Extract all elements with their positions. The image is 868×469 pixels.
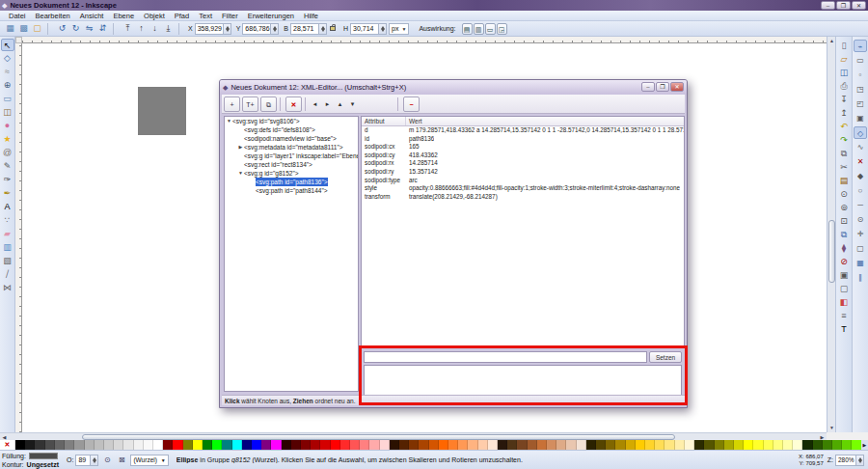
width-spinner[interactable]	[318, 24, 326, 34]
xml-editor-titlebar[interactable]: ◆ Neues Dokument 12: XML-Editor... (Umsc…	[220, 80, 687, 95]
menu-filter[interactable]: Filter	[217, 12, 243, 20]
palette-swatch[interactable]	[340, 440, 350, 450]
eraser-tool[interactable]: ▰	[1, 228, 14, 240]
palette-swatch[interactable]	[35, 440, 44, 450]
lower-to-bottom-button[interactable]: ⤓	[162, 22, 175, 35]
menu-objekt[interactable]: Objekt	[139, 12, 170, 20]
paint-bucket-tool[interactable]: ▥	[1, 241, 14, 254]
palette-swatch[interactable]	[144, 440, 153, 450]
palette-swatch[interactable]	[694, 440, 704, 450]
height-spinner[interactable]	[378, 24, 386, 34]
paste-button[interactable]: ▤	[837, 175, 851, 187]
palette-swatch[interactable]	[291, 440, 301, 450]
palette-swatch[interactable]	[823, 440, 832, 450]
snap-bbox-corners-button[interactable]: ◳	[854, 83, 867, 96]
palette-swatch[interactable]	[507, 440, 517, 450]
attribute-value-textarea[interactable]	[364, 365, 682, 397]
close-button[interactable]: ✕	[852, 1, 866, 10]
palette-swatch[interactable]	[813, 440, 823, 450]
zoom-to-page-button[interactable]: ⊡	[837, 215, 851, 228]
palette-swatch[interactable]	[350, 440, 360, 450]
palette-swatch[interactable]	[468, 440, 477, 450]
spiral-tool[interactable]: @	[1, 147, 14, 159]
vertical-scrollbar[interactable]: ▲ ▼	[827, 37, 835, 432]
palette-swatch[interactable]	[577, 440, 586, 450]
text-tool[interactable]: A	[1, 201, 14, 213]
palette-swatch[interactable]	[517, 440, 527, 450]
width-field[interactable]: 28,571	[290, 23, 327, 35]
attribute-row[interactable]: sodipodi:cx165	[362, 143, 684, 152]
palette-swatch[interactable]	[163, 440, 173, 450]
palette-swatch[interactable]	[842, 440, 852, 450]
palette-swatch[interactable]	[547, 440, 556, 450]
copy-button[interactable]: ⧉	[837, 148, 851, 160]
export-png-button[interactable]: ↥	[837, 107, 851, 120]
y-field[interactable]: 686,786	[242, 23, 279, 35]
dialog-close-button[interactable]: ✕	[670, 82, 684, 92]
undo-button[interactable]: ↶	[837, 121, 851, 133]
palette-swatch[interactable]	[645, 440, 655, 450]
palette-swatch[interactable]	[95, 440, 104, 450]
palette-swatch[interactable]	[636, 440, 645, 450]
palette-swatch[interactable]	[193, 440, 203, 450]
palette-swatch[interactable]	[419, 440, 428, 450]
menu-erweiterungen[interactable]: Erweiterungen	[243, 12, 299, 20]
palette-swatch[interactable]	[331, 440, 340, 450]
palette-swatch[interactable]	[665, 440, 674, 450]
cut-button[interactable]: ✂	[837, 161, 851, 174]
snap-path-intersections-button[interactable]: ✕	[854, 155, 867, 168]
palette-scroll-arrow[interactable]: ▶	[861, 440, 868, 450]
new-document-button[interactable]: ▯	[837, 40, 851, 52]
palette-swatch[interactable]	[399, 440, 409, 450]
box3d-tool[interactable]: ◫	[1, 106, 14, 119]
snap-nodes-button[interactable]: ◇	[854, 126, 867, 139]
palette-swatch[interactable]	[85, 440, 95, 450]
attribute-row[interactable]: sodipodi:ry15.357142	[362, 168, 684, 177]
ellipse-tool[interactable]: ●	[1, 120, 14, 132]
palette-swatch[interactable]	[655, 440, 665, 450]
snap-object-centers-button[interactable]: ⊙	[854, 213, 867, 226]
affect-move-gradients-button[interactable]: ▤	[462, 23, 473, 35]
zoom-to-drawing-button[interactable]: ⊚	[837, 202, 851, 214]
palette-swatch[interactable]	[528, 440, 537, 450]
xml-node[interactable]: ▼<svg:g id="g8152">	[225, 169, 358, 178]
layer-lock-icon[interactable]: ⊠	[116, 455, 127, 466]
ungroup-objects-button[interactable]: ▢	[837, 283, 851, 295]
palette-swatch[interactable]	[65, 440, 74, 450]
snap-bbox-button[interactable]: ▭	[854, 54, 867, 67]
import-document-button[interactable]: ↧	[837, 94, 851, 106]
affect-scale-stroke-button[interactable]: ▭	[485, 23, 496, 35]
attribute-value-input[interactable]	[364, 351, 647, 363]
palette-swatch[interactable]	[458, 440, 468, 450]
palette-swatch[interactable]	[753, 440, 763, 450]
expander-icon[interactable]: ▼	[226, 117, 232, 125]
drawn-rectangle[interactable]	[138, 87, 186, 135]
maximize-button[interactable]: ❐	[836, 1, 851, 10]
expander-icon[interactable]: ▼	[237, 169, 244, 178]
new-text-node-button[interactable]: T+	[242, 97, 258, 112]
flip-horizontal-button[interactable]: ⇋	[83, 22, 95, 35]
palette-swatch[interactable]	[74, 440, 84, 450]
palette-swatch[interactable]	[153, 440, 163, 450]
layer-dropdown[interactable]: (Wurzel)▼	[130, 455, 168, 466]
palette-swatch[interactable]	[282, 440, 291, 450]
xml-node-selected[interactable]: <svg:path id="path8136">	[225, 178, 358, 186]
align-dialog-button[interactable]: ≡	[837, 310, 851, 322]
expander-icon[interactable]: ▶	[237, 143, 244, 152]
palette-swatch[interactable]	[183, 440, 193, 450]
palette-swatch[interactable]	[596, 440, 606, 450]
rectangle-tool[interactable]: ▭	[1, 93, 14, 105]
x-spinner[interactable]	[223, 24, 231, 34]
deselect-button[interactable]: ▢	[31, 22, 43, 35]
move-node-down-button[interactable]: ▾	[346, 97, 359, 111]
attribute-row[interactable]: styleopacity:0.88666663;fill:#4d4d4d;fil…	[362, 184, 684, 193]
zoom-to-selection-button[interactable]: ⊙	[837, 188, 851, 201]
palette-swatch[interactable]	[369, 440, 379, 450]
attribute-row[interactable]: idpath8136	[362, 135, 684, 144]
xml-node[interactable]: <svg:path id="path8144">	[225, 186, 358, 195]
unit-dropdown[interactable]: px▼	[389, 23, 409, 35]
move-node-up-button[interactable]: ▴	[334, 97, 346, 111]
palette-swatch[interactable]	[615, 440, 625, 450]
xml-node[interactable]: ▼<svg:svg id="svg8106">	[225, 117, 358, 125]
palette-swatch[interactable]	[222, 440, 231, 450]
